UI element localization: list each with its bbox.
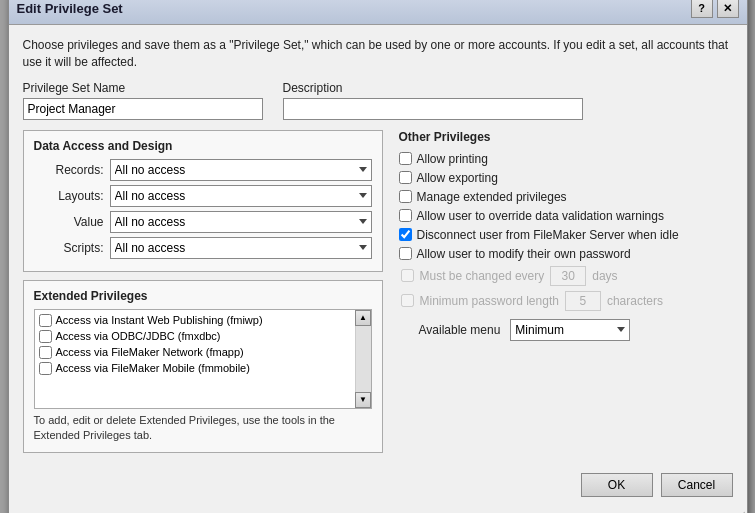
override-validation-item: Allow user to override data validation w…	[399, 209, 733, 223]
manage-extended-label: Manage extended privileges	[417, 190, 567, 204]
min-password-row: Minimum password length characters	[399, 291, 733, 311]
days-label: days	[592, 269, 617, 283]
must-change-row: Must be changed every days	[399, 266, 733, 286]
layouts-dropdown[interactable]: All no access	[110, 185, 372, 207]
ext-label-4: Access via FileMaker Mobile (fmmobile)	[56, 362, 250, 374]
ext-checkbox-3[interactable]	[39, 346, 52, 359]
list-item: Access via Instant Web Publishing (fmiwp…	[39, 314, 351, 327]
scrollbar: ▲ ▼	[355, 310, 371, 408]
description-label: Description	[283, 81, 583, 95]
records-row: Records: All no access	[34, 159, 372, 181]
manage-extended-item: Manage extended privileges	[399, 190, 733, 204]
layouts-row: Layouts: All no access	[34, 185, 372, 207]
name-description-row: Privilege Set Name Description	[23, 81, 733, 120]
characters-label: characters	[607, 294, 663, 308]
description-input[interactable]	[283, 98, 583, 120]
menu-label: Available menu	[419, 323, 501, 337]
extended-hint: To add, edit or delete Extended Privileg…	[34, 413, 372, 444]
min-password-checkbox[interactable]	[401, 294, 414, 307]
list-item: Access via FileMaker Network (fmapp)	[39, 346, 351, 359]
manage-extended-checkbox[interactable]	[399, 190, 412, 203]
value-label: Value	[34, 215, 104, 229]
extended-list: Access via Instant Web Publishing (fmiwp…	[35, 310, 355, 408]
help-button[interactable]: ?	[691, 0, 713, 18]
scroll-track	[356, 326, 371, 392]
scripts-dropdown[interactable]: All no access	[110, 237, 372, 259]
scroll-down-button[interactable]: ▼	[355, 392, 371, 408]
layouts-label: Layouts:	[34, 189, 104, 203]
must-change-checkbox[interactable]	[401, 269, 414, 282]
scripts-row: Scripts: All no access	[34, 237, 372, 259]
title-bar: Edit Privilege Set ? ✕	[9, 0, 747, 25]
min-password-length-input[interactable]	[565, 291, 601, 311]
other-privileges-title: Other Privileges	[399, 130, 733, 144]
modify-password-item: Allow user to modify their own password	[399, 247, 733, 261]
edit-privilege-set-dialog: Edit Privilege Set ? ✕ Choose privileges…	[8, 0, 748, 513]
extended-list-wrapper: Access via Instant Web Publishing (fmiwp…	[34, 309, 372, 409]
available-menu-dropdown[interactable]: Minimum Standard Extended	[510, 319, 630, 341]
ext-label-1: Access via Instant Web Publishing (fmiwp…	[56, 314, 263, 326]
ext-label-3: Access via FileMaker Network (fmapp)	[56, 346, 244, 358]
ext-checkbox-2[interactable]	[39, 330, 52, 343]
allow-printing-label: Allow printing	[417, 152, 488, 166]
min-password-label: Minimum password length	[420, 294, 559, 308]
ext-checkbox-1[interactable]	[39, 314, 52, 327]
list-item: Access via FileMaker Mobile (fmmobile)	[39, 362, 351, 375]
modify-password-checkbox[interactable]	[399, 247, 412, 260]
privilege-set-name-group: Privilege Set Name	[23, 81, 263, 120]
ok-button[interactable]: OK	[581, 473, 653, 497]
left-panel: Data Access and Design Records: All no a…	[23, 130, 383, 453]
allow-exporting-checkbox[interactable]	[399, 171, 412, 184]
override-validation-checkbox[interactable]	[399, 209, 412, 222]
must-change-days-input[interactable]	[550, 266, 586, 286]
resize-handle: ◢	[9, 509, 747, 513]
disconnect-idle-label: Disconnect user from FileMaker Server wh…	[417, 228, 679, 242]
ext-checkbox-4[interactable]	[39, 362, 52, 375]
list-item: Access via ODBC/JDBC (fmxdbc)	[39, 330, 351, 343]
privilege-set-name-input[interactable]	[23, 98, 263, 120]
allow-exporting-item: Allow exporting	[399, 171, 733, 185]
modify-password-label: Allow user to modify their own password	[417, 247, 631, 261]
allow-printing-item: Allow printing	[399, 152, 733, 166]
intro-text: Choose privileges and save them as a "Pr…	[23, 37, 733, 71]
dialog-footer: OK Cancel	[9, 465, 747, 509]
override-validation-label: Allow user to override data validation w…	[417, 209, 664, 223]
dialog-title: Edit Privilege Set	[17, 1, 123, 16]
extended-privileges-section: Extended Privileges Access via Instant W…	[23, 280, 383, 453]
available-menu-row: Available menu Minimum Standard Extended	[399, 319, 733, 341]
close-button[interactable]: ✕	[717, 0, 739, 18]
allow-exporting-label: Allow exporting	[417, 171, 498, 185]
value-row: Value All no access	[34, 211, 372, 233]
extended-privileges-title: Extended Privileges	[34, 289, 372, 303]
data-access-title: Data Access and Design	[34, 139, 372, 153]
value-dropdown[interactable]: All no access	[110, 211, 372, 233]
main-content: Data Access and Design Records: All no a…	[23, 130, 733, 453]
ext-label-2: Access via ODBC/JDBC (fmxdbc)	[56, 330, 221, 342]
privilege-set-name-label: Privilege Set Name	[23, 81, 263, 95]
dialog-body: Choose privileges and save them as a "Pr…	[9, 25, 747, 464]
description-group: Description	[283, 81, 583, 120]
title-bar-buttons: ? ✕	[691, 0, 739, 18]
disconnect-idle-item: Disconnect user from FileMaker Server wh…	[399, 228, 733, 242]
disconnect-idle-checkbox[interactable]	[399, 228, 412, 241]
allow-printing-checkbox[interactable]	[399, 152, 412, 165]
cancel-button[interactable]: Cancel	[661, 473, 733, 497]
records-label: Records:	[34, 163, 104, 177]
scroll-up-button[interactable]: ▲	[355, 310, 371, 326]
must-change-label: Must be changed every	[420, 269, 545, 283]
scripts-label: Scripts:	[34, 241, 104, 255]
data-access-section: Data Access and Design Records: All no a…	[23, 130, 383, 272]
right-panel: Other Privileges Allow printing Allow ex…	[399, 130, 733, 453]
records-dropdown[interactable]: All no access	[110, 159, 372, 181]
